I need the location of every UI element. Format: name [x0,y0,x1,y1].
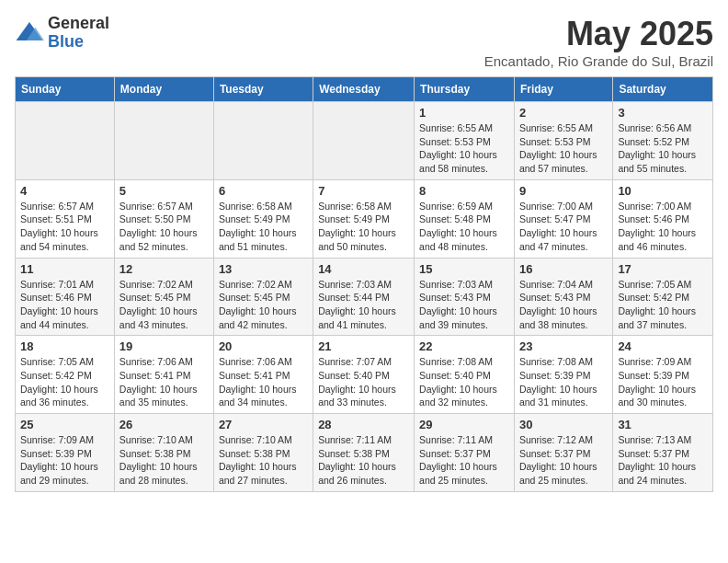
calendar-cell: 17Sunrise: 7:05 AMSunset: 5:42 PMDayligh… [613,258,713,336]
day-number: 23 [519,339,608,353]
calendar-cell: 12Sunrise: 7:02 AMSunset: 5:45 PMDayligh… [114,258,213,336]
day-number: 2 [519,106,608,120]
calendar-cell [16,102,115,180]
calendar-cell: 5Sunrise: 6:57 AMSunset: 5:50 PMDaylight… [114,179,213,258]
day-number: 17 [618,262,708,276]
title-block: May 2025 Encantado, Rio Grande do Sul, B… [484,15,713,69]
calendar-cell: 24Sunrise: 7:09 AMSunset: 5:39 PMDayligh… [613,336,713,414]
calendar-cell: 9Sunrise: 7:00 AMSunset: 5:47 PMDaylight… [514,179,612,258]
day-info: Sunrise: 7:11 AMSunset: 5:38 PMDaylight:… [318,433,409,488]
day-number: 30 [519,418,608,431]
day-info: Sunrise: 6:55 AMSunset: 5:53 PMDaylight:… [419,121,509,176]
day-info: Sunrise: 7:08 AMSunset: 5:39 PMDaylight:… [519,355,608,409]
day-info: Sunrise: 7:03 AMSunset: 5:44 PMDaylight:… [318,278,409,332]
calendar-cell: 1Sunrise: 6:55 AMSunset: 5:53 PMDaylight… [415,102,515,180]
calendar-cell: 10Sunrise: 7:00 AMSunset: 5:46 PMDayligh… [613,179,713,258]
calendar-cell: 20Sunrise: 7:06 AMSunset: 5:41 PMDayligh… [213,336,313,414]
day-number: 21 [318,339,409,353]
day-number: 5 [119,184,209,198]
column-header-friday: Friday [514,77,612,102]
day-info: Sunrise: 7:13 AMSunset: 5:37 PMDaylight:… [618,433,708,488]
calendar-cell: 27Sunrise: 7:10 AMSunset: 5:38 PMDayligh… [213,414,313,492]
calendar-cell [313,102,415,180]
day-number: 20 [219,339,308,353]
day-number: 12 [119,262,209,276]
day-number: 1 [419,106,509,120]
day-number: 26 [119,418,209,431]
day-info: Sunrise: 7:12 AMSunset: 5:37 PMDaylight:… [519,433,608,488]
calendar-cell [213,102,313,180]
day-info: Sunrise: 6:55 AMSunset: 5:53 PMDaylight:… [519,121,608,176]
day-info: Sunrise: 7:05 AMSunset: 5:42 PMDaylight:… [20,355,109,409]
day-number: 14 [318,262,409,276]
day-info: Sunrise: 6:57 AMSunset: 5:51 PMDaylight:… [20,200,109,254]
column-header-monday: Monday [114,77,213,102]
day-info: Sunrise: 7:00 AMSunset: 5:47 PMDaylight:… [519,200,608,254]
month-title: May 2025 [484,15,713,53]
calendar-cell: 26Sunrise: 7:10 AMSunset: 5:38 PMDayligh… [114,414,213,492]
logo-text: General Blue [48,15,109,52]
column-header-saturday: Saturday [613,77,713,102]
day-info: Sunrise: 7:03 AMSunset: 5:43 PMDaylight:… [419,278,509,332]
day-number: 4 [20,184,109,198]
calendar-cell: 4Sunrise: 6:57 AMSunset: 5:51 PMDaylight… [16,179,115,258]
day-info: Sunrise: 7:06 AMSunset: 5:41 PMDaylight:… [219,355,308,409]
day-number: 9 [519,184,608,198]
calendar-cell: 21Sunrise: 7:07 AMSunset: 5:40 PMDayligh… [313,336,415,414]
calendar-cell: 30Sunrise: 7:12 AMSunset: 5:37 PMDayligh… [514,414,612,492]
day-number: 22 [419,339,509,353]
day-info: Sunrise: 7:10 AMSunset: 5:38 PMDaylight:… [119,433,209,488]
location-subtitle: Encantado, Rio Grande do Sul, Brazil [484,53,713,69]
day-info: Sunrise: 6:59 AMSunset: 5:48 PMDaylight:… [419,200,509,254]
calendar-cell [114,102,213,180]
day-number: 6 [219,184,308,198]
logo: General Blue [15,15,109,52]
column-header-sunday: Sunday [16,77,115,102]
day-info: Sunrise: 7:01 AMSunset: 5:46 PMDaylight:… [20,278,109,332]
day-number: 18 [20,339,109,353]
logo-icon [15,18,44,48]
day-number: 28 [318,418,409,431]
day-info: Sunrise: 6:57 AMSunset: 5:50 PMDaylight:… [119,200,209,254]
calendar-week-row: 4Sunrise: 6:57 AMSunset: 5:51 PMDaylight… [16,179,713,258]
calendar-cell: 31Sunrise: 7:13 AMSunset: 5:37 PMDayligh… [613,414,713,492]
calendar-cell: 23Sunrise: 7:08 AMSunset: 5:39 PMDayligh… [514,336,612,414]
day-number: 16 [519,262,608,276]
calendar-cell: 6Sunrise: 6:58 AMSunset: 5:49 PMDaylight… [213,179,313,258]
day-number: 27 [219,418,308,431]
calendar-cell: 2Sunrise: 6:55 AMSunset: 5:53 PMDaylight… [514,102,612,180]
calendar-cell: 22Sunrise: 7:08 AMSunset: 5:40 PMDayligh… [415,336,515,414]
calendar-week-row: 25Sunrise: 7:09 AMSunset: 5:39 PMDayligh… [16,414,713,492]
calendar-cell: 14Sunrise: 7:03 AMSunset: 5:44 PMDayligh… [313,258,415,336]
day-number: 25 [20,418,109,431]
day-info: Sunrise: 7:07 AMSunset: 5:40 PMDaylight:… [318,355,409,409]
day-info: Sunrise: 7:10 AMSunset: 5:38 PMDaylight:… [219,433,308,488]
day-number: 31 [618,418,708,431]
day-info: Sunrise: 7:06 AMSunset: 5:41 PMDaylight:… [119,355,209,409]
day-info: Sunrise: 7:11 AMSunset: 5:37 PMDaylight:… [419,433,509,488]
day-number: 7 [318,184,409,198]
day-number: 15 [419,262,509,276]
logo-blue: Blue [48,33,109,52]
calendar-cell: 16Sunrise: 7:04 AMSunset: 5:43 PMDayligh… [514,258,612,336]
calendar-cell: 28Sunrise: 7:11 AMSunset: 5:38 PMDayligh… [313,414,415,492]
calendar-cell: 15Sunrise: 7:03 AMSunset: 5:43 PMDayligh… [415,258,515,336]
calendar-cell: 25Sunrise: 7:09 AMSunset: 5:39 PMDayligh… [16,414,115,492]
day-number: 3 [618,106,708,120]
calendar-header-row: SundayMondayTuesdayWednesdayThursdayFrid… [16,77,713,102]
calendar-week-row: 1Sunrise: 6:55 AMSunset: 5:53 PMDaylight… [16,102,713,180]
column-header-tuesday: Tuesday [213,77,313,102]
day-number: 13 [219,262,308,276]
day-info: Sunrise: 7:00 AMSunset: 5:46 PMDaylight:… [618,200,708,254]
calendar-week-row: 11Sunrise: 7:01 AMSunset: 5:46 PMDayligh… [16,258,713,336]
day-info: Sunrise: 6:58 AMSunset: 5:49 PMDaylight:… [219,200,308,254]
column-header-wednesday: Wednesday [313,77,415,102]
day-number: 11 [20,262,109,276]
calendar-week-row: 18Sunrise: 7:05 AMSunset: 5:42 PMDayligh… [16,336,713,414]
day-info: Sunrise: 7:02 AMSunset: 5:45 PMDaylight:… [119,278,209,332]
day-number: 10 [618,184,708,198]
calendar-cell: 29Sunrise: 7:11 AMSunset: 5:37 PMDayligh… [415,414,515,492]
day-number: 29 [419,418,509,431]
calendar-cell: 13Sunrise: 7:02 AMSunset: 5:45 PMDayligh… [213,258,313,336]
day-info: Sunrise: 7:09 AMSunset: 5:39 PMDaylight:… [618,355,708,409]
